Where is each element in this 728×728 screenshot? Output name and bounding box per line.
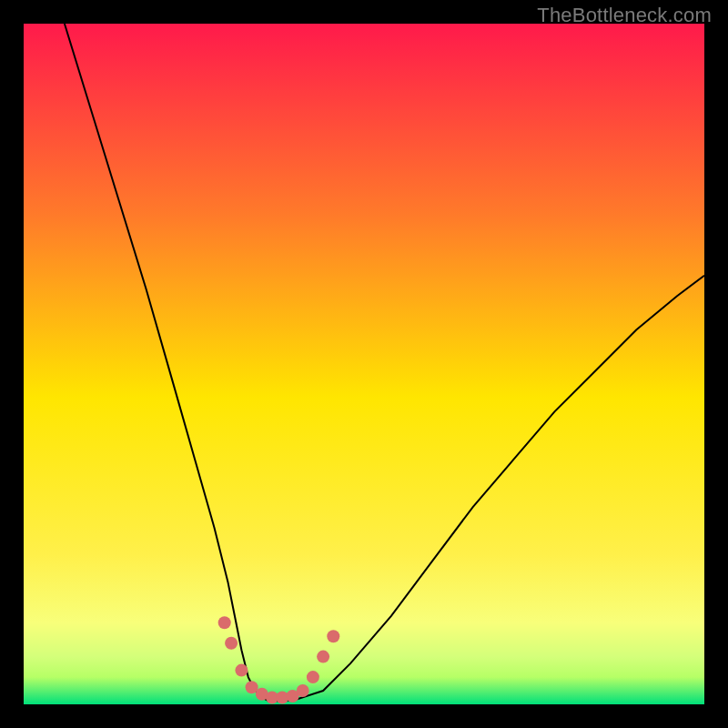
chart-frame: TheBottleneck.com: [0, 0, 728, 728]
scatter-dot: [297, 684, 309, 697]
scatter-dot: [307, 671, 319, 683]
scatter-dot: [317, 651, 329, 663]
scatter-dot: [235, 664, 248, 677]
chart-svg: [24, 24, 704, 704]
plot-area: [24, 24, 704, 704]
scatter-dot: [218, 616, 231, 629]
scatter-dot: [225, 637, 238, 650]
watermark-text: TheBottleneck.com: [537, 4, 712, 27]
scatter-dot: [327, 630, 339, 642]
